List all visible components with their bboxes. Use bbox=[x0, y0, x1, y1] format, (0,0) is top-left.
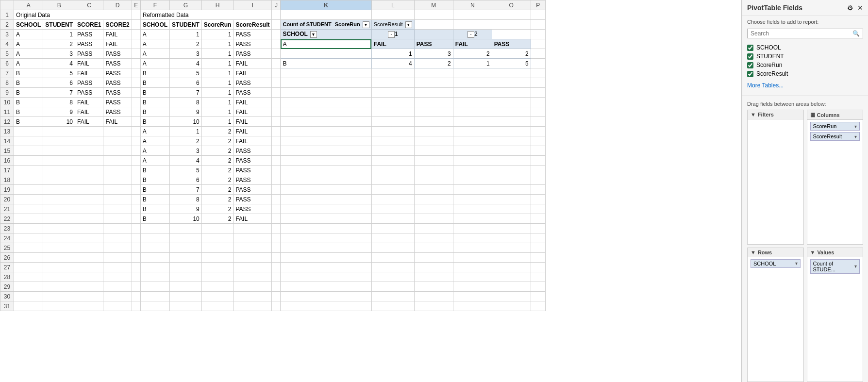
cell-N22[interactable] bbox=[453, 214, 492, 224]
cell-H5[interactable]: 1 bbox=[201, 49, 234, 59]
cell-F19[interactable]: B bbox=[140, 185, 169, 195]
cell-C20[interactable] bbox=[75, 195, 103, 204]
cell-P7[interactable] bbox=[531, 68, 545, 78]
cell-L7[interactable] bbox=[371, 68, 414, 78]
cell-G2[interactable]: STUDENT bbox=[170, 20, 202, 30]
cell-K9[interactable] bbox=[281, 88, 371, 98]
cell-L18[interactable] bbox=[371, 175, 414, 185]
cell-A12[interactable]: B bbox=[14, 117, 43, 127]
cell-N10[interactable] bbox=[453, 98, 492, 107]
cell-O17[interactable] bbox=[492, 166, 531, 175]
cell-H13[interactable]: 2 bbox=[201, 127, 234, 136]
cell-H8[interactable]: 1 bbox=[201, 78, 234, 88]
cell-C18[interactable] bbox=[75, 175, 103, 185]
cell-K10[interactable] bbox=[281, 98, 371, 107]
grid-container[interactable]: A B C D E F G H I J K L M N O P bbox=[0, 0, 741, 382]
cell-H22[interactable]: 2 bbox=[201, 214, 234, 224]
cell-P18[interactable] bbox=[531, 175, 545, 185]
pivot-B-g2pass[interactable]: 5 bbox=[492, 59, 531, 68]
group2-collapse-btn[interactable]: - bbox=[467, 31, 474, 38]
cell-J19[interactable] bbox=[272, 185, 281, 195]
cell-G5[interactable]: 3 bbox=[170, 49, 202, 59]
cell-I21[interactable]: PASS bbox=[234, 204, 272, 214]
cell-C16[interactable] bbox=[75, 156, 103, 166]
cell-J12[interactable] bbox=[272, 117, 281, 127]
cell-G21[interactable]: 9 bbox=[170, 204, 202, 214]
field-item-scorerun[interactable]: ScoreRun bbox=[747, 61, 863, 69]
cell-G19[interactable]: 7 bbox=[170, 185, 202, 195]
cell-J8[interactable] bbox=[272, 78, 281, 88]
cell-I9[interactable]: PASS bbox=[234, 88, 272, 98]
col-H[interactable]: H bbox=[201, 0, 234, 10]
cell-C19[interactable] bbox=[75, 185, 103, 195]
cell-P15[interactable] bbox=[531, 146, 545, 156]
col-P[interactable]: P bbox=[531, 0, 545, 10]
cell-P20[interactable] bbox=[531, 195, 545, 204]
cell-C5[interactable]: PASS bbox=[75, 49, 103, 59]
cell-I3[interactable]: PASS bbox=[234, 30, 272, 39]
cell-K8[interactable] bbox=[281, 78, 371, 88]
col-G[interactable]: G bbox=[170, 0, 202, 10]
col-K[interactable]: K bbox=[281, 0, 371, 10]
cell-J17[interactable] bbox=[272, 166, 281, 175]
cell-L22[interactable] bbox=[371, 214, 414, 224]
field-item-scoreresult[interactable]: ScoreResult bbox=[747, 69, 863, 78]
cell-H16[interactable]: 2 bbox=[201, 156, 234, 166]
cell-K18[interactable] bbox=[281, 175, 371, 185]
col-C[interactable]: C bbox=[75, 0, 103, 10]
scoreresult-dropdown-icon[interactable]: ▾ bbox=[854, 134, 857, 139]
cell-J14[interactable] bbox=[272, 136, 281, 146]
cell-A13[interactable] bbox=[14, 127, 43, 136]
cell-L20[interactable] bbox=[371, 195, 414, 204]
cell-H7[interactable]: 1 bbox=[201, 68, 234, 78]
cell-E11[interactable] bbox=[132, 107, 140, 117]
cell-F11[interactable]: B bbox=[140, 107, 169, 117]
cell-G3[interactable]: 1 bbox=[170, 30, 202, 39]
cell-N13[interactable] bbox=[453, 127, 492, 136]
cell-O15[interactable] bbox=[492, 146, 531, 156]
cell-K21[interactable] bbox=[281, 204, 371, 214]
cell-M16[interactable] bbox=[414, 156, 453, 166]
rows-school-tag[interactable]: SCHOOL ▾ bbox=[751, 259, 801, 268]
cell-M21[interactable] bbox=[414, 204, 453, 214]
cell-K20[interactable] bbox=[281, 195, 371, 204]
cell-B20[interactable] bbox=[43, 195, 75, 204]
cell-B17[interactable] bbox=[43, 166, 75, 175]
cell-M10[interactable] bbox=[414, 98, 453, 107]
cell-P14[interactable] bbox=[531, 136, 545, 146]
cell-D14[interactable] bbox=[103, 136, 132, 146]
cell-F16[interactable]: A bbox=[140, 156, 169, 166]
cell-F22[interactable]: B bbox=[140, 214, 169, 224]
pivot-B-g2fail[interactable]: 1 bbox=[453, 59, 492, 68]
cell-H11[interactable]: 1 bbox=[201, 107, 234, 117]
cell-C10[interactable]: FAIL bbox=[75, 98, 103, 107]
cell-O18[interactable] bbox=[492, 175, 531, 185]
cell-G17[interactable]: 5 bbox=[170, 166, 202, 175]
cell-D9[interactable]: PASS bbox=[103, 88, 132, 98]
cell-H12[interactable]: 1 bbox=[201, 117, 234, 127]
field-checkbox-school[interactable] bbox=[747, 45, 753, 51]
cell-C21[interactable] bbox=[75, 204, 103, 214]
cell-M7[interactable] bbox=[414, 68, 453, 78]
cell-P8[interactable] bbox=[531, 78, 545, 88]
cell-L15[interactable] bbox=[371, 146, 414, 156]
cell-P21[interactable] bbox=[531, 204, 545, 214]
cell-K11[interactable] bbox=[281, 107, 371, 117]
cell-F12[interactable]: B bbox=[140, 117, 169, 127]
count-dropdown-icon[interactable]: ▾ bbox=[854, 264, 857, 269]
cell-M14[interactable] bbox=[414, 136, 453, 146]
school-dropdown-icon[interactable]: ▾ bbox=[795, 261, 798, 266]
cell-P2[interactable] bbox=[531, 20, 545, 30]
pivot-A-g1pass[interactable]: 3 bbox=[414, 49, 453, 59]
cell-C4[interactable]: PASS bbox=[75, 39, 103, 49]
scorerun-filter-btn[interactable]: ▾ bbox=[363, 21, 369, 28]
cell-B15[interactable] bbox=[43, 146, 75, 156]
cell-B21[interactable] bbox=[43, 204, 75, 214]
cell-E21[interactable] bbox=[132, 204, 140, 214]
cell-O8[interactable] bbox=[492, 78, 531, 88]
cell-F8[interactable]: B bbox=[140, 78, 169, 88]
cell-M1[interactable] bbox=[414, 10, 453, 20]
cell-F21[interactable]: B bbox=[140, 204, 169, 214]
cell-E9[interactable] bbox=[132, 88, 140, 98]
cell-E22[interactable] bbox=[132, 214, 140, 224]
